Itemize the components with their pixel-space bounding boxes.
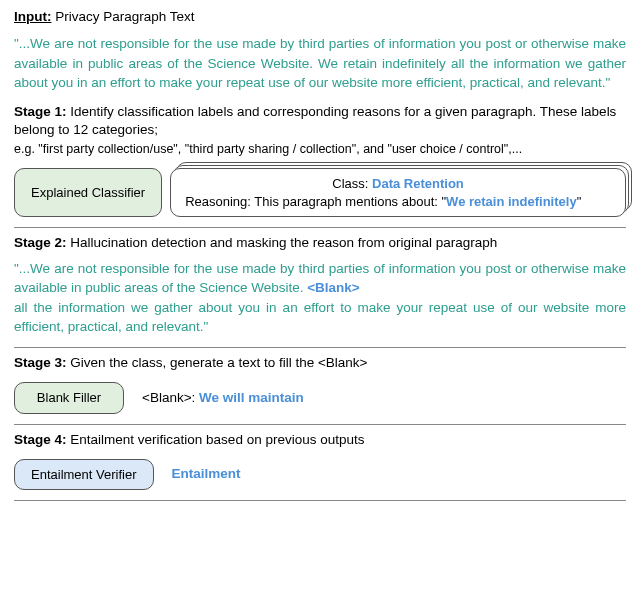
stage1-desc: Identify classification labels and corre… <box>14 104 616 137</box>
class-value: Data Retention <box>372 176 464 191</box>
blank-filler-module: Blank Filler <box>14 382 124 414</box>
reason-value: We retain indefinitely <box>446 194 577 209</box>
divider-3 <box>14 424 626 425</box>
stage3-label: Stage 3: <box>14 355 67 370</box>
divider-4 <box>14 500 626 501</box>
stage3-out-value: We will maintain <box>199 390 304 405</box>
stage2-label: Stage 2: <box>14 235 67 250</box>
stage4-desc: Entailment verification based on previou… <box>70 432 364 447</box>
stage1-row: Explained Classifier Class: Data Retenti… <box>14 168 626 217</box>
stage4-row: Entailment Verifier Entailment <box>14 459 626 491</box>
blank-filler-label: Blank Filler <box>31 389 107 407</box>
blank-tag: <Blank> <box>307 280 360 295</box>
reason-prefix: Reasoning: This paragraph mentions about… <box>185 194 446 209</box>
stage1-label: Stage 1: <box>14 104 67 119</box>
reason-suffix: " <box>577 194 582 209</box>
stage4-output: Entailment <box>172 465 241 483</box>
stage4-header: Stage 4: Entailment verification based o… <box>14 431 626 449</box>
explained-classifier-label: Explained Classifier <box>31 184 145 202</box>
stage2-desc: Hallucination detection and masking the … <box>70 235 497 250</box>
explained-classifier-module: Explained Classifier <box>14 168 162 217</box>
stage3-output: <Blank>: We will maintain <box>142 389 304 407</box>
stage3-out-label: <Blank>: <box>142 390 199 405</box>
stage3-header: Stage 3: Given the class, generate a tex… <box>14 354 626 372</box>
divider-1 <box>14 227 626 228</box>
stage2-header: Stage 2: Hallucination detection and mas… <box>14 234 626 252</box>
stage1-output-stack: Class: Data Retention Reasoning: This pa… <box>170 168 626 217</box>
class-prefix: Class: <box>332 176 372 191</box>
stage1-example: e.g. "first party collection/use", "thir… <box>14 141 626 158</box>
entailment-verifier-label: Entailment Verifier <box>31 466 137 484</box>
input-label: Input: <box>14 9 51 24</box>
stage1-header: Stage 1: Identify classification labels … <box>14 103 626 139</box>
entailment-verifier-module: Entailment Verifier <box>14 459 154 491</box>
stage2-para-post: all the information we gather about you … <box>14 300 626 335</box>
input-title: Privacy Paragraph Text <box>55 9 194 24</box>
stage3-row: Blank Filler <Blank>: We will maintain <box>14 382 626 414</box>
input-header: Input: Privacy Paragraph Text <box>14 8 626 26</box>
stage2-paragraph: "...We are not responsible for the use m… <box>14 259 626 337</box>
stage4-out-value: Entailment <box>172 466 241 481</box>
stage1-output-card: Class: Data Retention Reasoning: This pa… <box>170 168 626 217</box>
input-paragraph: "...We are not responsible for the use m… <box>14 34 626 93</box>
stage4-label: Stage 4: <box>14 432 67 447</box>
stage3-desc: Given the class, generate a text to fill… <box>70 355 367 370</box>
divider-2 <box>14 347 626 348</box>
